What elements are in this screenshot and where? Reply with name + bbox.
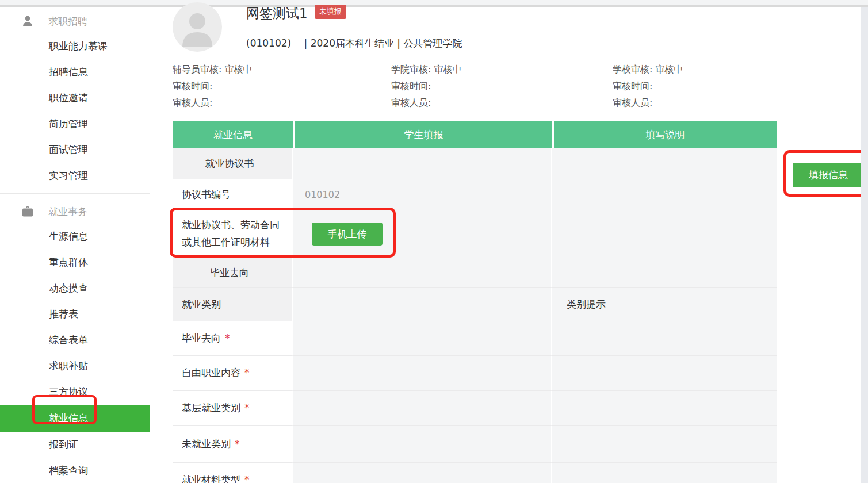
audit-summary: 辅导员审核: 审核中审核时间:审核人员:学院审核: 审核中审核时间:审核人员:学… (173, 61, 782, 114)
table-header-cell: 学生填报 (293, 121, 552, 148)
sidebar-item-internship-mgmt[interactable]: 实习管理 (0, 163, 150, 189)
person-silhouette-icon (173, 2, 222, 52)
table-header-cell: 就业信息 (173, 121, 293, 148)
table-row: 就业材料类型* (173, 463, 777, 483)
table-row: 协议书编号010102 (173, 179, 777, 210)
sidebar-item-key-groups[interactable]: 重点群体 (0, 250, 150, 275)
student-entry-cell (293, 356, 552, 391)
table-row: 就业协议书 (173, 148, 777, 179)
sidebar-section: 就业事务生源信息重点群体动态摸查推荐表综合表单求职补贴三方协议就业信息报到证档案… (0, 193, 150, 483)
student-entry-cell (293, 426, 552, 463)
row-label-text: 就业协议书、劳动合同或其他工作证明材料 (182, 217, 286, 251)
sidebar-item-recommend-form[interactable]: 推荐表 (0, 301, 150, 327)
audit-line: 审核人员: (391, 94, 461, 111)
note-cell (552, 426, 777, 463)
sidebar-item-tripartite-agreement[interactable]: 三方协议 (0, 379, 150, 405)
mobile-upload-button[interactable]: 手机上传 (312, 223, 383, 246)
table-body: 就业协议书协议书编号010102就业协议书、劳动合同或其他工作证明材料手机上传毕… (173, 148, 777, 483)
table-row: 自由职业内容* (173, 356, 777, 391)
sidebar-item-composite-forms[interactable]: 综合表单 (0, 327, 150, 353)
briefcase-icon (21, 205, 35, 218)
table-header-cell: 填写说明 (552, 121, 777, 148)
required-asterisk: * (225, 330, 230, 347)
sidebar-item-mooc[interactable]: 职业能力慕课 (0, 33, 150, 59)
table-row: 就业协议书、劳动合同或其他工作证明材料手机上传 (173, 210, 777, 258)
sidebar-item-dynamic-survey[interactable]: 动态摸查 (0, 275, 150, 301)
table-row: 未就业类别* (173, 426, 777, 463)
row-label: 未就业类别* (173, 426, 293, 463)
audit-line: 学校审核: 审核中 (613, 61, 683, 78)
student-entry-cell: 手机上传 (293, 210, 552, 258)
user-icon (21, 14, 35, 28)
audit-line: 学院审核: 审核中 (391, 61, 461, 78)
row-label: 就业协议书、劳动合同或其他工作证明材料 (173, 210, 293, 258)
row-label: 毕业去向* (173, 321, 293, 356)
audit-line: 审核时间: (613, 78, 683, 94)
student-entry-cell (293, 463, 552, 483)
student-entry-cell (293, 258, 552, 288)
sidebar: 求职招聘职业能力慕课招聘信息职位邀请简历管理面试管理实习管理就业事务生源信息重点… (0, 7, 150, 483)
row-label: 协议书编号 (173, 179, 293, 210)
required-asterisk: * (244, 400, 250, 417)
note-cell (552, 148, 777, 179)
audit-block: 辅导员审核: 审核中审核时间:审核人员: (173, 61, 252, 111)
required-asterisk: * (244, 365, 250, 382)
sidebar-item-registration-card[interactable]: 报到证 (0, 432, 150, 458)
audit-line: 审核时间: (173, 78, 252, 94)
row-label-text: 基层就业类别 (182, 400, 240, 417)
row-label-text: 协议书编号 (182, 186, 231, 204)
row-label-text: 就业材料类型 (182, 471, 240, 483)
status-badge: 未填报 (315, 5, 346, 19)
table-row: 基层就业类别* (173, 391, 777, 426)
row-label-text: 毕业去向 (210, 264, 249, 282)
student-meta: (010102) | 2020届本科生结业 | 公共管理学院 (246, 37, 462, 50)
audit-line: 审核人员: (613, 94, 683, 111)
sidebar-section-title: 求职招聘 (48, 15, 87, 28)
sidebar-item-job-invite[interactable]: 职位邀请 (0, 85, 150, 111)
note-cell: 类别提示 (552, 288, 777, 321)
row-label: 基层就业类别* (173, 391, 293, 426)
row-label-text: 未就业类别 (182, 436, 231, 453)
table-row: 毕业去向 (173, 258, 777, 288)
note-cell (552, 210, 777, 258)
row-label-text: 自由职业内容 (182, 365, 240, 382)
required-asterisk: * (235, 436, 240, 453)
row-label: 就业协议书 (173, 148, 293, 179)
note-cell (552, 179, 777, 210)
sidebar-item-interview-mgmt[interactable]: 面试管理 (0, 137, 150, 163)
sidebar-item-job-subsidy[interactable]: 求职补贴 (0, 353, 150, 379)
scrollbar[interactable] (861, 7, 868, 483)
audit-line: 审核时间: (391, 78, 461, 94)
row-label: 就业材料类型* (173, 463, 293, 483)
note-cell (552, 258, 777, 288)
employment-table: 就业信息学生填报填写说明 就业协议书协议书编号010102就业协议书、劳动合同或… (173, 121, 777, 483)
sidebar-item-employment-info[interactable]: 就业信息 (0, 405, 150, 432)
sidebar-item-archive-query[interactable]: 档案查询 (0, 458, 150, 483)
page: 求职招聘职业能力慕课招聘信息职位邀请简历管理面试管理实习管理就业事务生源信息重点… (0, 0, 868, 483)
sidebar-section-header: 求职招聘 (0, 9, 150, 33)
audit-line: 审核人员: (173, 94, 252, 111)
table-row: 毕业去向* (173, 321, 777, 356)
student-name-row: 网签测试1未填报 (246, 5, 346, 22)
required-asterisk: * (244, 471, 250, 483)
sidebar-section: 求职招聘职业能力慕课招聘信息职位邀请简历管理面试管理实习管理 (0, 7, 150, 189)
student-entry-cell (293, 391, 552, 426)
audit-block: 学院审核: 审核中审核时间:审核人员: (391, 61, 461, 111)
sidebar-section-title: 就业事务 (48, 205, 87, 218)
sidebar-item-recruit-info[interactable]: 招聘信息 (0, 59, 150, 85)
avatar (173, 2, 222, 52)
table-row: 就业类别类别提示 (173, 288, 777, 321)
audit-block: 学校审核: 审核中审核时间:审核人员: (613, 61, 683, 111)
row-label-text: 就业协议书 (205, 155, 254, 172)
student-entry-cell (293, 288, 552, 321)
audit-line: 辅导员审核: 审核中 (173, 61, 252, 78)
sidebar-item-resume-mgmt[interactable]: 简历管理 (0, 111, 150, 137)
student-entry-cell: 010102 (293, 179, 552, 210)
sidebar-item-origin-info[interactable]: 生源信息 (0, 224, 150, 250)
row-label: 就业类别 (173, 288, 293, 321)
student-entry-cell (293, 321, 552, 356)
note-cell (552, 391, 777, 426)
fill-info-button[interactable]: 填报信息 (793, 163, 864, 187)
top-strip (0, 0, 868, 5)
row-label: 自由职业内容* (173, 356, 293, 391)
